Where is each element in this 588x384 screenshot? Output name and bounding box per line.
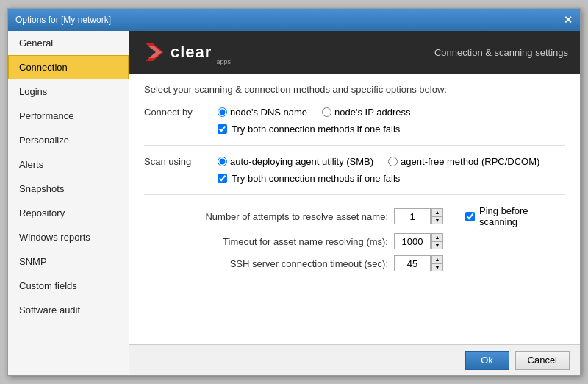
sidebar-item-logins[interactable]: Logins xyxy=(8,79,129,104)
spinbox-section: Number of attempts to resolve asset name… xyxy=(144,205,565,288)
scan-rpc-label: agent-free method (RPC/DCOM) xyxy=(401,156,539,167)
connect-try-both-checkbox[interactable] xyxy=(218,124,227,134)
ping-checkbox[interactable] xyxy=(465,212,475,221)
ssh-row: SSH server connection timeout (sec): ▲ ▼ xyxy=(144,255,565,271)
footer: Ok Cancel xyxy=(129,344,580,375)
scan-rpc-option[interactable]: agent-free method (RPC/DCOM) xyxy=(388,156,539,167)
connect-dns-radio[interactable] xyxy=(218,107,227,117)
ping-option: Ping before scanning xyxy=(465,205,565,227)
connect-dns-option[interactable]: node's DNS name xyxy=(218,107,307,118)
attempts-label: Number of attempts to resolve asset name… xyxy=(144,211,394,222)
sidebar-item-alerts[interactable]: Alerts xyxy=(8,152,129,177)
cancel-button[interactable]: Cancel xyxy=(515,351,570,370)
connect-radio-group: node's DNS name node's IP address xyxy=(218,107,411,118)
main-panel: Select your scanning & connection method… xyxy=(129,74,580,344)
scan-radio-group: auto-deploying agent utility (SMB) agent… xyxy=(218,156,539,167)
sidebar: General Connection Logins Performance Pe… xyxy=(8,31,129,375)
connect-try-both-label: Try both connection methods if one fails xyxy=(232,124,400,135)
scan-using-label: Scan using xyxy=(144,156,218,167)
ssh-label: SSH server connection timeout (sec): xyxy=(144,258,394,269)
sidebar-item-snapshots[interactable]: Snapshots xyxy=(8,177,129,201)
title-bar: Options for [My network] ✕ xyxy=(8,9,580,31)
ssh-input[interactable] xyxy=(394,255,431,271)
timeout-spin-up[interactable]: ▲ xyxy=(431,233,443,241)
scan-try-both-label: Try both connection methods if one fails xyxy=(232,173,400,184)
main-content: clear apps Connection & scanning setting… xyxy=(129,31,580,375)
close-button[interactable]: ✕ xyxy=(564,15,573,25)
connect-dns-label: node's DNS name xyxy=(230,107,307,118)
main-window: Options for [My network] ✕ General Conne… xyxy=(7,8,581,376)
scan-rpc-radio[interactable] xyxy=(388,157,398,166)
attempts-spin-up[interactable]: ▲ xyxy=(431,208,443,216)
logo-area: clear apps xyxy=(141,39,231,65)
ssh-spin-down[interactable]: ▼ xyxy=(431,263,443,271)
sidebar-item-snmp[interactable]: SNMP xyxy=(8,249,129,274)
scan-smb-radio[interactable] xyxy=(218,157,227,166)
panel-description: Select your scanning & connection method… xyxy=(144,84,565,95)
svg-marker-1 xyxy=(148,46,162,58)
sidebar-item-performance[interactable]: Performance xyxy=(8,104,129,128)
scan-try-both-checkbox[interactable] xyxy=(218,174,227,183)
attempts-input[interactable] xyxy=(394,208,431,224)
timeout-input[interactable] xyxy=(394,233,431,249)
connect-by-section: Connect by node's DNS name node's IP add… xyxy=(144,107,565,146)
connect-ip-label: node's IP address xyxy=(334,107,410,118)
scan-using-row: Scan using auto-deploying agent utility … xyxy=(144,156,565,167)
timeout-spinbox: ▲ ▼ xyxy=(394,233,443,249)
attempts-spin-buttons: ▲ ▼ xyxy=(431,208,443,224)
logo-text: clear xyxy=(171,43,212,62)
ssh-spinbox: ▲ ▼ xyxy=(394,255,443,271)
sidebar-item-connection[interactable]: Connection xyxy=(8,55,129,79)
connect-by-row: Connect by node's DNS name node's IP add… xyxy=(144,107,565,118)
connect-by-label: Connect by xyxy=(144,107,218,118)
ssh-spin-buttons: ▲ ▼ xyxy=(431,255,443,271)
sidebar-item-software-audit[interactable]: Software audit xyxy=(8,298,129,322)
main-header: clear apps Connection & scanning setting… xyxy=(129,31,580,74)
ssh-spin-up[interactable]: ▲ xyxy=(431,255,443,263)
sidebar-item-general[interactable]: General xyxy=(8,31,129,55)
attempts-row: Number of attempts to resolve asset name… xyxy=(144,205,565,227)
ok-button[interactable]: Ok xyxy=(465,351,509,370)
connect-try-both-row: Try both connection methods if one fails xyxy=(218,124,565,135)
sidebar-item-personalize[interactable]: Personalize xyxy=(8,128,129,152)
window-body: General Connection Logins Performance Pe… xyxy=(8,31,580,375)
connect-ip-radio[interactable] xyxy=(322,107,331,117)
ping-label: Ping before scanning xyxy=(479,205,565,227)
timeout-label: Timeout for asset name resolving (ms): xyxy=(144,236,394,247)
timeout-row: Timeout for asset name resolving (ms): ▲… xyxy=(144,233,565,249)
attempts-spin-down[interactable]: ▼ xyxy=(431,216,443,224)
scan-using-section: Scan using auto-deploying agent utility … xyxy=(144,156,565,195)
scan-smb-label: auto-deploying agent utility (SMB) xyxy=(230,156,373,167)
timeout-spin-down[interactable]: ▼ xyxy=(431,241,443,249)
window-title: Options for [My network] xyxy=(15,15,111,25)
sidebar-item-repository[interactable]: Repository xyxy=(8,201,129,225)
logo-icon xyxy=(141,39,168,65)
scan-try-both-row: Try both connection methods if one fails xyxy=(218,173,565,184)
attempts-spinbox: ▲ ▼ xyxy=(394,208,443,224)
header-subtitle: Connection & scanning settings xyxy=(434,47,568,58)
timeout-spin-buttons: ▲ ▼ xyxy=(431,233,443,249)
logo-sub: apps xyxy=(216,58,231,65)
sidebar-item-windows-reports[interactable]: Windows reports xyxy=(8,225,129,249)
sidebar-item-custom-fields[interactable]: Custom fields xyxy=(8,274,129,298)
connect-ip-option[interactable]: node's IP address xyxy=(322,107,410,118)
scan-smb-option[interactable]: auto-deploying agent utility (SMB) xyxy=(218,156,373,167)
